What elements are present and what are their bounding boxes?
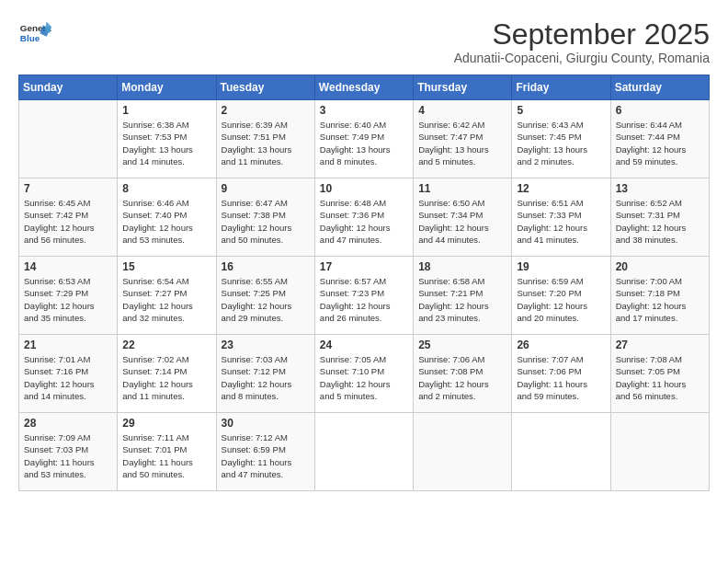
svg-text:Blue: Blue (20, 33, 40, 43)
day-number: 8 (122, 182, 210, 195)
calendar-cell: 3Sunrise: 6:40 AM Sunset: 7:49 PM Daylig… (314, 100, 413, 178)
calendar-cell: 7Sunrise: 6:45 AM Sunset: 7:42 PM Daylig… (19, 178, 118, 257)
calendar-cell: 27Sunrise: 7:08 AM Sunset: 7:05 PM Dayli… (610, 335, 709, 413)
col-saturday: Saturday (610, 75, 709, 100)
day-number: 22 (122, 339, 210, 351)
day-info: Sunrise: 7:00 AM Sunset: 7:18 PM Dayligh… (616, 275, 704, 324)
day-number: 1 (122, 104, 210, 117)
calendar-cell: 16Sunrise: 6:55 AM Sunset: 7:25 PM Dayli… (216, 257, 314, 335)
col-friday: Friday (512, 75, 610, 100)
calendar-cell: 26Sunrise: 7:07 AM Sunset: 7:06 PM Dayli… (512, 335, 610, 413)
header-row: Sunday Monday Tuesday Wednesday Thursday… (19, 75, 710, 100)
day-number: 15 (122, 260, 210, 273)
calendar-cell: 1Sunrise: 6:38 AM Sunset: 7:53 PM Daylig… (118, 100, 216, 178)
day-info: Sunrise: 6:50 AM Sunset: 7:34 PM Dayligh… (418, 197, 506, 246)
day-number: 17 (320, 260, 408, 273)
day-info: Sunrise: 6:55 AM Sunset: 7:25 PM Dayligh… (222, 275, 310, 324)
calendar-cell (314, 413, 413, 491)
calendar-cell: 19Sunrise: 6:59 AM Sunset: 7:20 PM Dayli… (512, 257, 610, 335)
logo: General Blue (18, 18, 51, 52)
calendar-cell: 8Sunrise: 6:46 AM Sunset: 7:40 PM Daylig… (118, 178, 216, 257)
day-number: 10 (320, 182, 408, 195)
day-info: Sunrise: 7:07 AM Sunset: 7:06 PM Dayligh… (517, 353, 605, 402)
day-number: 21 (24, 339, 112, 351)
day-info: Sunrise: 7:09 AM Sunset: 7:03 PM Dayligh… (24, 431, 112, 480)
day-number: 23 (222, 339, 310, 351)
calendar-cell: 20Sunrise: 7:00 AM Sunset: 7:18 PM Dayli… (610, 257, 709, 335)
day-info: Sunrise: 6:46 AM Sunset: 7:40 PM Dayligh… (122, 197, 210, 246)
day-info: Sunrise: 6:38 AM Sunset: 7:53 PM Dayligh… (122, 119, 210, 167)
col-monday: Monday (118, 75, 216, 100)
day-number: 19 (517, 260, 605, 273)
calendar-cell: 15Sunrise: 6:54 AM Sunset: 7:27 PM Dayli… (118, 257, 216, 335)
day-number: 20 (616, 260, 704, 273)
calendar-cell: 12Sunrise: 6:51 AM Sunset: 7:33 PM Dayli… (512, 178, 610, 257)
title-block: September 2025 Adunatii-Copaceni, Giurgi… (454, 18, 710, 65)
day-number: 5 (517, 104, 605, 117)
col-thursday: Thursday (414, 75, 512, 100)
day-number: 14 (24, 260, 112, 273)
day-number: 25 (418, 339, 506, 351)
calendar-cell: 10Sunrise: 6:48 AM Sunset: 7:36 PM Dayli… (314, 178, 413, 257)
calendar-cell: 29Sunrise: 7:11 AM Sunset: 7:01 PM Dayli… (118, 413, 216, 491)
day-number: 7 (24, 182, 112, 195)
col-sunday: Sunday (19, 75, 118, 100)
calendar-cell: 21Sunrise: 7:01 AM Sunset: 7:16 PM Dayli… (19, 335, 118, 413)
day-number: 18 (418, 260, 506, 273)
calendar-cell: 22Sunrise: 7:02 AM Sunset: 7:14 PM Dayli… (118, 335, 216, 413)
day-info: Sunrise: 7:12 AM Sunset: 6:59 PM Dayligh… (222, 431, 310, 480)
day-info: Sunrise: 6:40 AM Sunset: 7:49 PM Dayligh… (320, 119, 408, 167)
day-info: Sunrise: 7:05 AM Sunset: 7:10 PM Dayligh… (320, 353, 408, 402)
calendar-cell: 4Sunrise: 6:42 AM Sunset: 7:47 PM Daylig… (414, 100, 512, 178)
calendar-cell: 5Sunrise: 6:43 AM Sunset: 7:45 PM Daylig… (512, 100, 610, 178)
calendar-cell: 13Sunrise: 6:52 AM Sunset: 7:31 PM Dayli… (610, 178, 709, 257)
day-info: Sunrise: 7:08 AM Sunset: 7:05 PM Dayligh… (616, 353, 704, 402)
calendar-table: Sunday Monday Tuesday Wednesday Thursday… (18, 75, 710, 491)
day-number: 30 (222, 417, 310, 430)
col-wednesday: Wednesday (314, 75, 413, 100)
day-info: Sunrise: 6:58 AM Sunset: 7:21 PM Dayligh… (418, 275, 506, 324)
day-number: 6 (616, 104, 704, 117)
day-info: Sunrise: 6:44 AM Sunset: 7:44 PM Dayligh… (616, 119, 704, 167)
calendar-cell: 14Sunrise: 6:53 AM Sunset: 7:29 PM Dayli… (19, 257, 118, 335)
day-info: Sunrise: 7:02 AM Sunset: 7:14 PM Dayligh… (122, 353, 210, 402)
day-info: Sunrise: 6:53 AM Sunset: 7:29 PM Dayligh… (24, 275, 112, 324)
day-number: 11 (418, 182, 506, 195)
week-row-4: 21Sunrise: 7:01 AM Sunset: 7:16 PM Dayli… (19, 335, 710, 413)
day-number: 28 (24, 417, 112, 430)
day-info: Sunrise: 6:39 AM Sunset: 7:51 PM Dayligh… (222, 119, 310, 167)
page-subtitle: Adunatii-Copaceni, Giurgiu County, Roman… (454, 51, 710, 65)
day-number: 29 (122, 417, 210, 430)
day-info: Sunrise: 6:52 AM Sunset: 7:31 PM Dayligh… (616, 197, 704, 246)
calendar-cell: 28Sunrise: 7:09 AM Sunset: 7:03 PM Dayli… (19, 413, 118, 491)
calendar-cell: 30Sunrise: 7:12 AM Sunset: 6:59 PM Dayli… (216, 413, 314, 491)
day-number: 26 (517, 339, 605, 351)
calendar-cell: 6Sunrise: 6:44 AM Sunset: 7:44 PM Daylig… (610, 100, 709, 178)
day-number: 4 (418, 104, 506, 117)
week-row-1: 1Sunrise: 6:38 AM Sunset: 7:53 PM Daylig… (19, 100, 710, 178)
week-row-5: 28Sunrise: 7:09 AM Sunset: 7:03 PM Dayli… (19, 413, 710, 491)
day-number: 13 (616, 182, 704, 195)
day-number: 2 (222, 104, 310, 117)
day-info: Sunrise: 7:06 AM Sunset: 7:08 PM Dayligh… (418, 353, 506, 402)
day-info: Sunrise: 6:42 AM Sunset: 7:47 PM Dayligh… (418, 119, 506, 167)
calendar-cell: 25Sunrise: 7:06 AM Sunset: 7:08 PM Dayli… (414, 335, 512, 413)
calendar-cell: 24Sunrise: 7:05 AM Sunset: 7:10 PM Dayli… (314, 335, 413, 413)
calendar-cell: 17Sunrise: 6:57 AM Sunset: 7:23 PM Dayli… (314, 257, 413, 335)
calendar-cell (414, 413, 512, 491)
col-tuesday: Tuesday (216, 75, 314, 100)
logo-icon: General Blue (18, 18, 51, 52)
day-info: Sunrise: 7:03 AM Sunset: 7:12 PM Dayligh… (222, 353, 310, 402)
page-title: September 2025 (454, 18, 710, 51)
day-number: 16 (222, 260, 310, 273)
day-number: 24 (320, 339, 408, 351)
day-info: Sunrise: 6:47 AM Sunset: 7:38 PM Dayligh… (222, 197, 310, 246)
day-number: 27 (616, 339, 704, 351)
day-info: Sunrise: 7:01 AM Sunset: 7:16 PM Dayligh… (24, 353, 112, 402)
calendar-cell: 9Sunrise: 6:47 AM Sunset: 7:38 PM Daylig… (216, 178, 314, 257)
calendar-cell: 23Sunrise: 7:03 AM Sunset: 7:12 PM Dayli… (216, 335, 314, 413)
day-number: 3 (320, 104, 408, 117)
day-info: Sunrise: 6:51 AM Sunset: 7:33 PM Dayligh… (517, 197, 605, 246)
page-header: General Blue September 2025 Adunatii-Cop… (18, 18, 710, 65)
day-info: Sunrise: 6:48 AM Sunset: 7:36 PM Dayligh… (320, 197, 408, 246)
